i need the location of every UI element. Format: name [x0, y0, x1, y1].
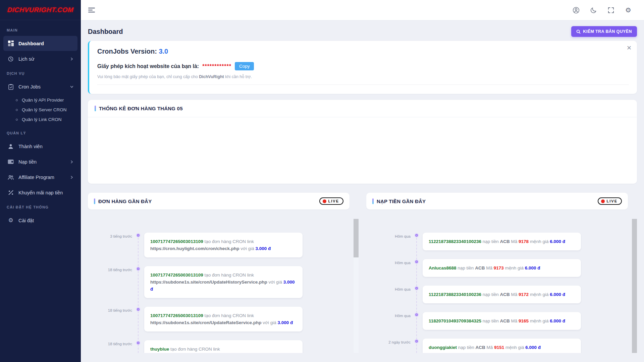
order-entry: 18 tiếng trước 100717747265003013109 tạo…: [88, 266, 359, 298]
scrollbar-thumb[interactable]: [632, 219, 637, 353]
order-price-prefix: với giá: [240, 246, 254, 251]
stats-card-title: THỐNG KÊ ĐƠN HÀNG THÁNG 05: [99, 106, 183, 111]
order-entry-card[interactable]: thuyblue tạo đơn hàng CRON link https://…: [144, 340, 303, 353]
app-root: DICHVURIGHT.COM MAIN Dashboard Lịch sử D…: [0, 0, 644, 362]
user-icon[interactable]: [572, 6, 580, 14]
chevron-right-icon: [70, 57, 73, 61]
nav-section-quan-ly: QUẢN LÝ: [0, 126, 81, 138]
note-brand: DichVuRight: [199, 74, 224, 79]
scrollbar-track[interactable]: [632, 219, 637, 353]
recent-topups-column: NẠP TIỀN GẦN ĐÂY LIVE Hôm qua: [366, 193, 637, 353]
timeline-dot-icon: [137, 308, 140, 311]
sidebar-subitem-api-provider[interactable]: Quản lý API Provider: [0, 95, 81, 105]
topbar: ⚙: [81, 0, 644, 20]
entry-time: 18 tiếng trước: [88, 340, 132, 346]
order-entry-card[interactable]: 100717747265003013109 tạo đơn hàng CRON …: [144, 266, 303, 298]
topup-entry-card[interactable]: 112218738823340100236 nạp tiền ACB Mã 91…: [423, 233, 581, 250]
sidebar-subitem-link-cron[interactable]: Quản lý Link CRON: [0, 115, 81, 124]
timeline-dot-icon: [415, 234, 418, 237]
timeline-dot-icon: [415, 260, 418, 263]
sidebar-item-khuyen-mai[interactable]: Khuyến mãi nạp tiền: [3, 185, 77, 200]
nav-section-main: MAIN: [0, 23, 81, 36]
order-user: thuyblue: [150, 347, 169, 352]
topup-code-prefix: Mã: [486, 265, 492, 270]
sidebar-item-nap-tien[interactable]: Nạp tiền: [3, 154, 77, 169]
topup-entry-card[interactable]: Anlucas8688 nạp tiền ACB Mã 9173 mệnh gi…: [423, 259, 581, 277]
topup-user: Anlucas8688: [429, 265, 457, 270]
fullscreen-icon[interactable]: [607, 6, 614, 14]
topup-code-prefix: Mã: [511, 292, 518, 297]
license-note: Vui lòng bảo mật giấy phép của bạn, chỉ …: [97, 74, 629, 79]
recent-topups-header: NẠP TIỀN GẦN ĐÂY LIVE: [366, 193, 628, 209]
nav-section-cai-dat-he-thong: CÀI ĐẶT HỆ THỐNG: [0, 200, 81, 213]
sidebar-item-cron-jobs[interactable]: Cron Jobs: [3, 79, 77, 94]
dashboard-icon: [7, 40, 14, 47]
timeline-dot-col: [411, 286, 423, 290]
chevron-right-icon: [70, 160, 73, 164]
license-row: Giấy phép kích hoạt website của bạn là: …: [97, 62, 629, 70]
topup-amount-prefix: mệnh giá: [530, 318, 549, 323]
sidebar-item-thanh-vien[interactable]: Thành viên: [3, 139, 77, 154]
main-area: ⚙ Dashboard KIỂM TRA BẢN QUYỀN CronJobs …: [81, 0, 644, 362]
scrollbar-track[interactable]: [354, 219, 359, 353]
search-icon: [576, 29, 581, 34]
chevron-right-icon: [70, 176, 73, 179]
scrollbar-thumb[interactable]: [354, 219, 359, 257]
sidebar-item-label: Thành viên: [18, 144, 73, 149]
sidebar-item-label: Cron Jobs: [18, 84, 66, 89]
topup-price: 6.000 đ: [550, 292, 565, 297]
timeline-dot-icon: [415, 313, 418, 316]
hamburger-menu-icon[interactable]: [88, 8, 96, 12]
moon-icon[interactable]: [590, 6, 597, 14]
recent-topups-title: NẠP TIỀN GẦN ĐÂY: [377, 198, 426, 204]
order-action: tạo đơn hàng CRON link: [204, 239, 254, 244]
entry-time: Hôm qua: [366, 233, 411, 238]
topup-code-prefix: Mã: [487, 345, 493, 350]
close-icon[interactable]: ✕: [627, 45, 632, 51]
topup-bank: ACB: [500, 239, 510, 244]
gear-icon[interactable]: ⚙: [625, 6, 632, 14]
version-value: 3.0: [159, 48, 168, 55]
topup-entry: Hôm qua Anlucas8688 nạp tiền ACB Mã 9173: [366, 259, 637, 277]
page-head: Dashboard KIỂM TRA BẢN QUYỀN: [88, 20, 637, 41]
license-label: Giấy phép kích hoạt website của bạn là:: [97, 63, 199, 69]
order-action: tạo đơn hàng CRON link: [204, 273, 254, 278]
timeline-dot-col: [411, 339, 423, 343]
entry-time: Hôm qua: [366, 259, 411, 265]
logo[interactable]: DICHVURIGHT.COM: [0, 0, 81, 20]
copy-button[interactable]: Copy: [235, 62, 254, 70]
bullet-icon: [16, 99, 18, 101]
topup-entry: Hôm qua 112218738823340100236 nạp tiền A…: [366, 286, 637, 303]
live-badge: LIVE: [319, 197, 343, 205]
topup-entry-card[interactable]: duonggiakiet nạp tiền ACB Mã 9151 mệnh g…: [423, 339, 581, 353]
cronjobs-version-title: CronJobs Version: 3.0: [97, 48, 629, 55]
order-entry-card[interactable]: 100717747265003013109 tạo đơn hàng CRON …: [144, 233, 303, 257]
note-prefix: Vui lòng bảo mật giấy phép của bạn, chỉ …: [97, 74, 198, 79]
sidebar-subitem-server-cron[interactable]: Quản lý Server CRON: [0, 105, 81, 115]
sidebar-item-label: Dashboard: [18, 41, 73, 46]
accent-bar: [95, 106, 96, 111]
recent-orders-column: ĐƠN HÀNG GẦN ĐÂY LIVE 3 tiếng trước: [88, 193, 359, 353]
sidebar-item-label: Nạp tiền: [18, 159, 66, 165]
topup-amount-prefix: mệnh giá: [505, 265, 524, 270]
topup-entry-card[interactable]: 118207010493709384325 nạp tiền ACB Mã 91…: [423, 312, 581, 330]
topup-entry-card[interactable]: 112218738823340100236 nạp tiền ACB Mã 91…: [423, 286, 581, 303]
topup-user: duonggiakiet: [429, 345, 457, 350]
sidebar: DICHVURIGHT.COM MAIN Dashboard Lịch sử D…: [0, 0, 81, 362]
sidebar-item-lich-su[interactable]: Lịch sử: [3, 51, 77, 66]
monthly-stats-card: THỐNG KÊ ĐƠN HÀNG THÁNG 05: [88, 100, 637, 184]
topup-price: 6.000 đ: [550, 318, 565, 323]
sidebar-subitem-label: Quản lý Link CRON: [22, 117, 62, 122]
sidebar-item-dashboard[interactable]: Dashboard: [3, 36, 77, 51]
user-icon: [7, 143, 14, 150]
sidebar-item-cai-dat[interactable]: ⚙ Cài đặt: [3, 213, 77, 228]
order-entry-card[interactable]: 100717747265003013109 tạo đơn hàng CRON …: [144, 307, 303, 331]
check-license-button[interactable]: KIỂM TRA BẢN QUYỀN: [571, 26, 637, 37]
sidebar-item-affiliate[interactable]: Affiliate Program: [3, 170, 77, 185]
entry-time: 2 ngày trước: [366, 339, 411, 344]
topup-user: 118207010493709384325: [429, 318, 481, 323]
topup-action: nạp tiền: [483, 292, 499, 297]
topup-action: nạp tiền: [483, 318, 499, 323]
topups-timeline: Hôm qua 112218738823340100236 nạp tiền A…: [366, 214, 637, 353]
clipboard-icon: [7, 83, 14, 90]
